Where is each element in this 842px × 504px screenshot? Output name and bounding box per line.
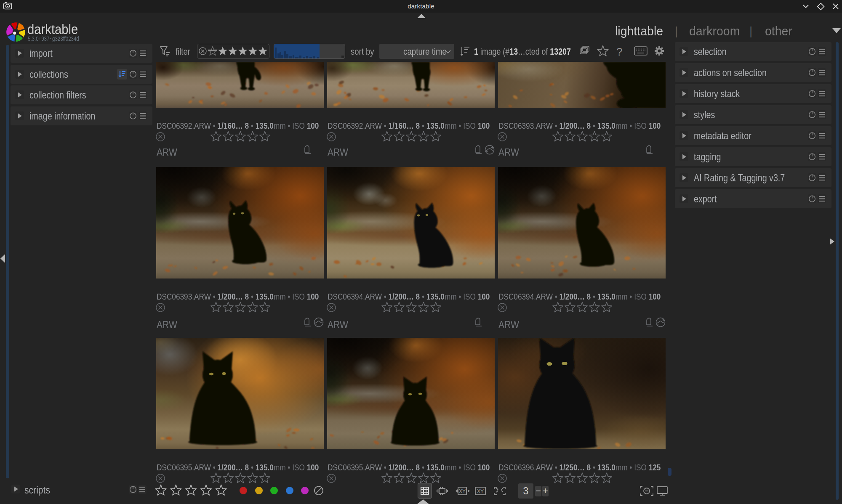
svg-text:XY: XY	[459, 488, 466, 494]
svg-text:XY: XY	[477, 488, 484, 494]
